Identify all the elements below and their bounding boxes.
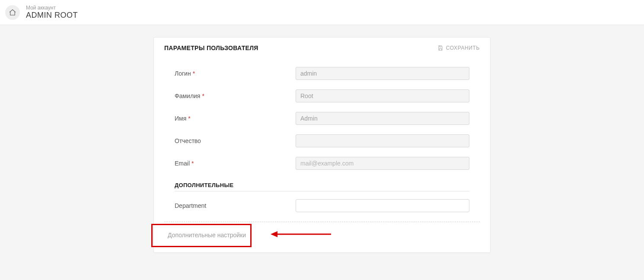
label-name-text: Имя bbox=[175, 115, 186, 122]
label-email-text: Email bbox=[175, 160, 190, 167]
page-title: ADMIN ROOT bbox=[26, 11, 78, 20]
row-patronym: Отчество bbox=[175, 134, 469, 147]
input-department[interactable] bbox=[296, 199, 469, 212]
home-icon bbox=[9, 9, 16, 16]
label-department-text: Department bbox=[175, 202, 206, 209]
card-header: ПАРАМЕТРЫ ПОЛЬЗОВАТЕЛЯ СОХРАНИТЬ bbox=[164, 45, 480, 51]
label-patronym: Отчество bbox=[175, 137, 296, 144]
row-name: Имя* bbox=[175, 112, 469, 125]
row-email: Email* bbox=[175, 157, 469, 170]
required-star: * bbox=[193, 70, 195, 77]
label-patronym-text: Отчество bbox=[175, 137, 201, 144]
home-button[interactable] bbox=[5, 5, 20, 20]
label-name: Имя* bbox=[175, 115, 296, 122]
label-login-text: Логин bbox=[175, 70, 191, 77]
breadcrumb-block: Мой аккаунт ADMIN ROOT bbox=[26, 5, 78, 20]
annotation-arrow bbox=[271, 230, 331, 240]
input-patronym[interactable] bbox=[296, 134, 469, 147]
section-title-additional: ДОПОЛНИТЕЛЬНЫЕ bbox=[175, 182, 469, 191]
label-surname: Фамилия* bbox=[175, 92, 296, 99]
label-surname-text: Фамилия bbox=[175, 92, 200, 99]
user-settings-card: ПАРАМЕТРЫ ПОЛЬЗОВАТЕЛЯ СОХРАНИТЬ Логин* … bbox=[153, 37, 491, 253]
required-star: * bbox=[188, 115, 190, 122]
save-icon bbox=[437, 45, 443, 51]
page-body: ПАРАМЕТРЫ ПОЛЬЗОВАТЕЛЯ СОХРАНИТЬ Логин* … bbox=[0, 25, 644, 270]
save-button-label: СОХРАНИТЬ bbox=[446, 45, 480, 51]
input-name[interactable] bbox=[296, 112, 469, 125]
input-email[interactable] bbox=[296, 157, 469, 170]
form-area: Логин* Фамилия* Имя* Отчество bbox=[164, 67, 480, 212]
label-department: Department bbox=[175, 202, 296, 209]
input-login[interactable] bbox=[296, 67, 469, 80]
topbar: Мой аккаунт ADMIN ROOT bbox=[0, 0, 644, 25]
input-surname[interactable] bbox=[296, 89, 469, 102]
dashed-separator bbox=[164, 222, 480, 222]
label-email: Email* bbox=[175, 160, 296, 167]
label-login: Логин* bbox=[175, 70, 296, 77]
row-department: Department bbox=[175, 199, 469, 212]
svg-marker-1 bbox=[271, 231, 277, 237]
required-star: * bbox=[191, 160, 194, 167]
row-login: Логин* bbox=[175, 67, 469, 80]
breadcrumb: Мой аккаунт bbox=[26, 5, 78, 11]
required-star: * bbox=[202, 92, 204, 99]
additional-settings-link[interactable]: Дополнительные настройки bbox=[164, 228, 249, 242]
row-surname: Фамилия* bbox=[175, 89, 469, 102]
card-title: ПАРАМЕТРЫ ПОЛЬЗОВАТЕЛЯ bbox=[164, 45, 258, 51]
save-button[interactable]: СОХРАНИТЬ bbox=[437, 45, 480, 51]
